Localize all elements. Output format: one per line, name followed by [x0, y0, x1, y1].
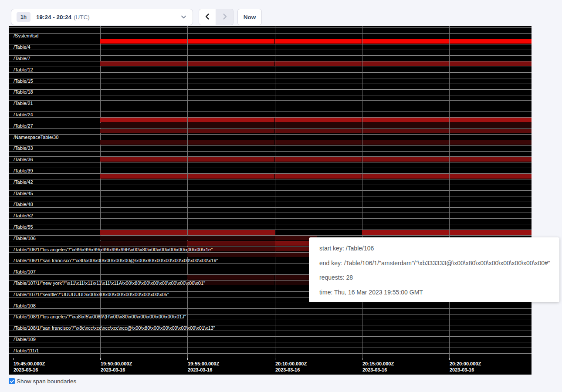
span-key-label: /Table/24 — [14, 112, 33, 117]
heatmap-grid: /System/tsd/Table/4/Table/7/Table/12/Tab… — [9, 26, 532, 358]
show-span-boundaries-checkbox[interactable] — [9, 378, 15, 384]
span-boundary-line — [9, 336, 532, 337]
heat-band[interactable] — [450, 174, 532, 178]
span-key-label: /Table/52 — [14, 213, 33, 218]
span-boundary-line — [9, 207, 532, 208]
heat-band[interactable] — [188, 129, 274, 133]
heat-band[interactable] — [100, 174, 187, 178]
span-boundary-line — [9, 308, 532, 309]
span-key-label: /Table/27 — [14, 123, 33, 128]
heat-band[interactable] — [362, 39, 449, 44]
span-boundary-line — [9, 84, 532, 84]
heat-band[interactable] — [100, 157, 187, 162]
heat-band[interactable] — [450, 140, 532, 145]
heat-band[interactable] — [187, 275, 274, 280]
heat-band[interactable] — [100, 118, 187, 122]
heat-band[interactable] — [188, 174, 274, 178]
range-text: 19:24 - 20:24 — [36, 14, 71, 20]
span-boundary-line — [9, 348, 532, 348]
span-key-label: /Table/55 — [14, 224, 33, 230]
axis-tick-date: 2023-03-16 — [101, 367, 132, 373]
span-key-label: /System/tsd — [14, 33, 38, 38]
span-boundary-line — [9, 112, 532, 112]
heat-band[interactable] — [450, 39, 532, 44]
heat-band[interactable] — [187, 236, 275, 240]
now-button[interactable]: Now — [237, 9, 262, 25]
span-key-label: /Table/108/1/"los angeles"/"\xa8\xf5\u00… — [14, 314, 186, 319]
axis-tick-time: 20:10:00.000Z — [275, 361, 307, 367]
heat-band[interactable] — [100, 140, 187, 145]
span-boundary-line — [9, 95, 532, 95]
heat-band[interactable] — [450, 230, 532, 234]
span-key-label: /Table/7 — [14, 56, 30, 61]
heat-band[interactable] — [362, 174, 449, 178]
heat-band[interactable] — [362, 140, 449, 145]
heat-band[interactable] — [100, 241, 187, 246]
prev-time-button[interactable] — [199, 9, 216, 25]
heat-band[interactable] — [100, 236, 187, 240]
heat-band[interactable] — [275, 174, 362, 178]
span-key-label: /Table/12 — [14, 67, 33, 72]
heat-band[interactable] — [362, 118, 449, 122]
heat-band[interactable] — [362, 129, 449, 133]
heat-band[interactable] — [188, 157, 274, 162]
axis-tick-time: 20:15:00.000Z — [362, 361, 394, 367]
heat-band[interactable] — [188, 61, 274, 66]
time-range-selector[interactable]: 1h 19:24 - 20:24 (UTC) — [11, 9, 193, 25]
span-key-label: /Table/107/1/"new york"/"\x11\x11\x11\x1… — [14, 280, 205, 286]
span-key-label: /Table/111/1 — [14, 348, 39, 353]
heat-band[interactable] — [187, 241, 275, 246]
span-boundary-line — [9, 78, 532, 78]
axis-tick-mark — [362, 358, 362, 360]
heat-band[interactable] — [100, 123, 187, 128]
heat-band[interactable] — [275, 123, 362, 128]
heat-band[interactable] — [275, 61, 362, 66]
next-time-button[interactable] — [216, 9, 234, 25]
heat-band[interactable] — [187, 253, 275, 257]
heat-band[interactable] — [275, 140, 362, 145]
heat-band[interactable] — [100, 230, 187, 234]
chevron-down-icon — [181, 15, 186, 19]
axis-tick-date: 2023-03-16 — [188, 367, 219, 373]
span-boundary-line — [9, 106, 532, 106]
span-boundary-line — [9, 145, 532, 146]
axis-tick-label: 20:10:00.000Z2023-03-16 — [275, 361, 307, 373]
span-key-label: /Table/108 — [14, 303, 36, 308]
heat-band[interactable] — [450, 157, 532, 162]
heat-band[interactable] — [362, 61, 449, 66]
heat-band[interactable] — [450, 129, 532, 133]
span-key-label: /NamespaceTable/30 — [14, 135, 58, 140]
time-gridline — [449, 26, 450, 358]
heat-band[interactable] — [275, 129, 362, 133]
span-boundary-line — [9, 202, 532, 202]
span-key-label: /Table/107/1/"seattle"/"UUUUUUD\x00\x80\… — [14, 292, 169, 297]
heat-band[interactable] — [275, 157, 362, 162]
heat-band[interactable] — [275, 39, 362, 44]
span-boundary-line — [9, 44, 532, 44]
heat-band[interactable] — [450, 118, 532, 122]
span-boundary-line — [9, 134, 532, 135]
heat-band[interactable] — [450, 61, 532, 66]
heat-band[interactable] — [188, 39, 274, 44]
tooltip-time: time: Thu, 16 Mar 2023 19:55:00 GMT — [319, 285, 559, 300]
time-gridline — [275, 26, 275, 358]
heat-band[interactable] — [188, 123, 274, 128]
keyvisualizer-canvas[interactable]: /System/tsd/Table/4/Table/7/Table/12/Tab… — [9, 26, 532, 375]
span-key-label: /Table/21 — [14, 101, 33, 106]
heat-band[interactable] — [362, 230, 449, 234]
heat-band[interactable] — [275, 118, 362, 122]
heat-band[interactable] — [362, 123, 449, 128]
heat-band[interactable] — [188, 118, 274, 122]
span-boundary-line — [9, 162, 532, 162]
heat-band[interactable] — [100, 61, 187, 66]
span-boundary-line — [9, 196, 532, 196]
heat-band[interactable] — [100, 39, 187, 44]
heat-band[interactable] — [362, 157, 449, 162]
span-key-label: /Table/4 — [14, 44, 30, 50]
span-boundary-line — [9, 353, 532, 354]
span-boundary-line — [9, 33, 532, 34]
heat-band[interactable] — [450, 123, 532, 128]
heat-band[interactable] — [100, 129, 187, 133]
heat-band[interactable] — [188, 230, 275, 234]
heat-band[interactable] — [188, 140, 274, 145]
